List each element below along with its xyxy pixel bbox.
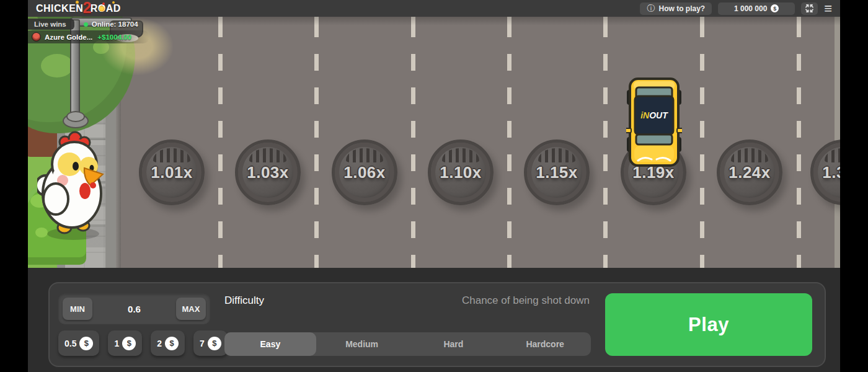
taxi-car: iNOUT (626, 78, 682, 167)
chip-row: 0.5 $ 1 $ 2 $ 7 $ (58, 330, 210, 356)
logo-road-ad: AD (106, 4, 121, 14)
multiplier-label: 1.10x (431, 143, 490, 202)
live-win-entry: Azure Golde... +$1004.00 (28, 30, 149, 43)
how-to-play-button[interactable]: ⓘ How to play? (640, 2, 712, 15)
chip-label: 2 (157, 339, 162, 348)
tab-hard[interactable]: Hard (408, 332, 500, 356)
multiplier-label: 1.30x (813, 143, 840, 202)
manhole-tile-8: 1.30x (810, 140, 840, 205)
logo-road-o: O (98, 4, 106, 14)
manhole-tile-2: 1.03x (235, 140, 301, 205)
car-brand-out: OUT (649, 110, 668, 120)
how-to-play-label: How to play? (658, 4, 705, 13)
menu-button[interactable]: ≡ (824, 2, 832, 16)
balance-value: 1 000 000 (734, 4, 767, 13)
top-bar: CHICKEN2ROAD ⓘ How to play? 1 000 000 $ (28, 0, 840, 17)
control-panel: MIN 0.6 MAX 0.5 $ 1 $ 2 $ (48, 282, 826, 367)
manhole-tile-4: 1.10x (428, 140, 494, 205)
tab-hardcore[interactable]: Hardcore (499, 332, 591, 356)
lane-divider (314, 17, 319, 268)
coin-sparkle-icon (112, 1, 115, 4)
lane-divider (218, 17, 223, 268)
dollar-coin-icon: $ (122, 337, 136, 350)
chicken-head-icon (99, 6, 105, 11)
chip-label: 7 (200, 339, 205, 348)
info-icon: ⓘ (647, 3, 655, 14)
online-label: Online: 18704 (92, 20, 138, 28)
min-bet-button[interactable]: MIN (63, 298, 92, 320)
chance-label: Chance of being shot down (462, 294, 590, 307)
lane-divider (797, 17, 801, 268)
app-logo: CHICKEN2ROAD (36, 2, 121, 16)
live-wins-toggle[interactable]: Live wins (28, 19, 74, 30)
manhole-tile-3: 1.06x (332, 140, 397, 205)
bet-column: MIN 0.6 MAX 0.5 $ 1 $ 2 $ (58, 293, 210, 356)
play-button[interactable]: Play (605, 293, 812, 356)
multiplier-label: 1.24x (720, 143, 779, 202)
online-counter: Online: 18704 (84, 20, 138, 28)
game-stage: 1.01x 1.03x 1.06x 1.10x 1.15x 1.19x (28, 0, 840, 372)
chicken-comb-icon (102, 2, 105, 5)
balance-display[interactable]: 1 000 000 $ (718, 2, 795, 15)
lane-divider (411, 17, 415, 268)
bet-amount-box: MIN 0.6 MAX (58, 293, 210, 324)
road-scene: 1.01x 1.03x 1.06x 1.10x 1.15x 1.19x (28, 17, 840, 268)
difficulty-tabs: Easy Medium Hard Hardcore (224, 332, 591, 356)
difficulty-column: Difficulty Chance of being shot down Eas… (224, 293, 591, 356)
logo-chicken: CHICKEN (36, 4, 83, 14)
topbar-actions: ⓘ How to play? 1 000 000 $ ≡ (640, 2, 832, 16)
difficulty-label: Difficulty (224, 294, 264, 307)
manhole-tile-5: 1.15x (524, 140, 590, 205)
menu-icon: ≡ (824, 2, 832, 16)
multiplier-label: 1.06x (335, 143, 394, 202)
winner-amount: +$1004.00 (97, 33, 131, 41)
multiplier-label: 1.01x (142, 143, 202, 202)
chip-label: 1 (114, 339, 119, 348)
chip-7-button[interactable]: 7 $ (193, 330, 228, 356)
manhole-tile-1: 1.01x (139, 140, 205, 205)
chip-label: 0.5 (64, 339, 76, 348)
foliage-spot (41, 54, 73, 78)
dollar-coin-icon: $ (79, 337, 93, 350)
fullscreen-button[interactable] (801, 2, 818, 15)
multiplier-label: 1.15x (527, 143, 587, 202)
dollar-coin-icon: $ (165, 337, 179, 350)
control-area: MIN 0.6 MAX 0.5 $ 1 $ 2 $ (28, 268, 840, 372)
dollar-coin-icon: $ (208, 337, 221, 350)
lane-divider (700, 17, 704, 268)
difficulty-header: Difficulty Chance of being shot down (224, 294, 591, 307)
chip-2-button[interactable]: 2 $ (151, 330, 185, 356)
lamp-base-top (66, 111, 85, 122)
coin-sparkle-icon (76, 1, 79, 4)
tab-easy[interactable]: Easy (224, 332, 316, 356)
fullscreen-icon (805, 4, 813, 12)
online-dot-icon (84, 22, 88, 27)
chicken-character (37, 128, 107, 243)
max-bet-button[interactable]: MAX (176, 298, 206, 320)
bet-value: 0.6 (128, 304, 141, 314)
manhole-tile-7: 1.24x (717, 140, 782, 205)
tab-medium[interactable]: Medium (316, 332, 408, 356)
play-column: Play (605, 293, 812, 356)
logo-2: 2 (82, 0, 91, 16)
lane-divider (507, 17, 512, 268)
car-brand-text: iNOUT (640, 110, 668, 120)
live-wins-label: Live wins (34, 20, 66, 28)
chip-0.5-button[interactable]: 0.5 $ (58, 330, 99, 356)
car-brand-in: iN (640, 110, 650, 120)
winner-name: Azure Golde... (45, 33, 92, 41)
dollar-coin-icon: $ (771, 4, 779, 12)
chip-1-button[interactable]: 1 $ (108, 330, 142, 356)
lane-divider (603, 17, 608, 268)
winner-avatar (32, 32, 41, 42)
live-feed-bar: Live wins Online: 18704 (28, 19, 138, 30)
multiplier-label: 1.03x (238, 143, 298, 202)
